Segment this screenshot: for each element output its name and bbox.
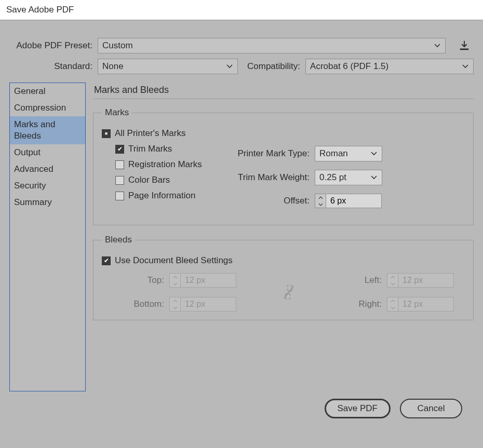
printer-mark-type-label: Printer Mark Type: [221,148,315,159]
panel-title: Marks and Bleeds [93,83,474,99]
save-preset-button[interactable] [455,38,474,53]
preset-value: Custom [102,40,434,51]
color-bars-checkbox[interactable] [115,176,124,185]
registration-marks-row[interactable]: Registration Marks [115,159,221,170]
chevron-down-icon [434,42,441,49]
marks-legend: Marks [102,107,132,118]
bleed-right-stepper [387,297,465,311]
page-information-checkbox[interactable] [115,192,124,200]
stepper-arrows-icon [169,273,180,288]
offset-label: Offset: [221,196,315,206]
chevron-down-icon [370,174,378,181]
bleed-left-label: Left: [330,275,387,286]
bleed-top-input [180,273,236,288]
sidebar-item-advanced[interactable]: Advanced [10,161,85,178]
window-title: Save Adobe PDF [0,0,483,20]
bleed-bottom-label: Bottom: [102,299,169,309]
sidebar-item-summary[interactable]: Summary [10,194,85,211]
printer-mark-type-select[interactable]: Roman [315,146,382,161]
bleed-top-label: Top: [102,275,169,286]
svg-line-0 [284,286,293,298]
link-bleeds-icon [247,285,330,300]
dialog-body: Adobe PDF Preset: Custom Standard: None … [0,20,483,424]
all-printers-marks-checkbox[interactable] [102,129,111,138]
preset-select[interactable]: Custom [98,38,446,53]
bleed-bottom-stepper [169,297,247,311]
printer-mark-type-row: Printer Mark Type: Roman [221,146,465,161]
trim-mark-weight-select[interactable]: 0.25 pt [315,170,382,185]
printer-mark-type-value: Roman [319,148,370,159]
trim-mark-weight-row: Trim Mark Weight: 0.25 pt [221,170,465,185]
preset-label: Adobe PDF Preset: [9,40,98,51]
offset-stepper[interactable] [315,194,382,208]
stepper-arrows-icon [387,297,398,311]
standard-select[interactable]: None [98,59,238,74]
color-bars-label: Color Bars [128,175,170,185]
chevron-down-icon [370,150,378,157]
color-bars-row[interactable]: Color Bars [115,175,221,185]
bleed-right-input [398,297,454,311]
bleed-top-stepper [169,273,247,288]
all-printers-marks-row[interactable]: All Printer's Marks [102,128,221,139]
footer: Save PDF Cancel [9,391,474,418]
cancel-button[interactable]: Cancel [400,399,462,418]
save-pdf-button[interactable]: Save PDF [325,399,391,418]
preset-row: Adobe PDF Preset: Custom [9,38,474,53]
trim-mark-weight-value: 0.25 pt [319,172,370,183]
page-information-label: Page Information [128,191,195,201]
bleed-left-stepper [387,273,465,288]
registration-marks-checkbox[interactable] [115,160,124,169]
page-information-row[interactable]: Page Information [115,191,221,201]
panel: Marks and Bleeds Marks All Printer's Mar… [93,83,474,391]
standard-label: Standard: [9,61,98,72]
bleed-right-label: Right: [330,299,387,309]
stepper-arrows-icon[interactable] [315,194,326,208]
trim-marks-label: Trim Marks [128,144,172,154]
trim-mark-weight-label: Trim Mark Weight: [221,172,315,183]
trim-marks-checkbox[interactable] [115,145,124,154]
offset-row: Offset: [221,194,465,208]
bleeds-legend: Bleeds [102,235,135,245]
registration-marks-label: Registration Marks [128,159,202,170]
bleed-left-input [398,273,454,288]
bleeds-group: Bleeds Use Document Bleed Settings Top: [93,235,474,320]
main-area: General Compression Marks and Bleeds Out… [9,83,474,391]
standard-compat-row: Standard: None Compatibility: Acrobat 6 … [9,59,474,74]
sidebar-item-marks-and-bleeds[interactable]: Marks and Bleeds [10,116,85,144]
all-printers-marks-label: All Printer's Marks [115,128,185,139]
compat-label: Compatibility: [247,61,305,72]
bleed-bottom-input [180,297,236,311]
compat-select[interactable]: Acrobat 6 (PDF 1.5) [305,59,474,74]
sidebar-item-general[interactable]: General [10,83,85,100]
stepper-arrows-icon [169,297,180,311]
chevron-down-icon [226,63,233,70]
trim-marks-row[interactable]: Trim Marks [115,144,221,154]
offset-input[interactable] [326,194,382,208]
use-document-bleed-row[interactable]: Use Document Bleed Settings [102,255,465,266]
compat-value: Acrobat 6 (PDF 1.5) [310,61,462,72]
sidebar-item-output[interactable]: Output [10,144,85,161]
sidebar: General Compression Marks and Bleeds Out… [9,83,86,391]
marks-group: Marks All Printer's Marks Trim Marks [93,107,474,225]
sidebar-item-security[interactable]: Security [10,178,85,194]
stepper-arrows-icon [387,273,398,288]
standard-value: None [102,61,226,72]
chevron-down-icon [462,63,469,70]
sidebar-item-compression[interactable]: Compression [10,100,85,116]
use-document-bleed-checkbox[interactable] [102,256,111,265]
use-document-bleed-label: Use Document Bleed Settings [115,255,233,266]
